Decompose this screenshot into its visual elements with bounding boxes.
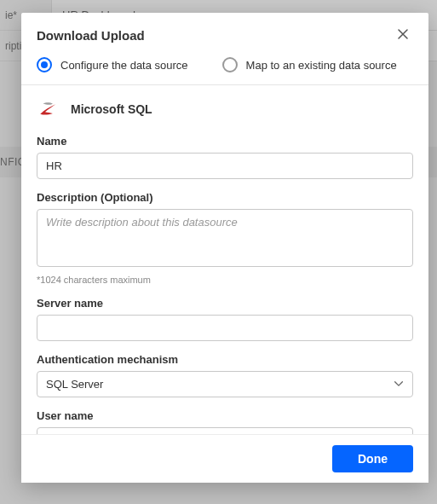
done-button[interactable]: Done	[332, 445, 413, 472]
field-auth-mechanism: Authentication mechanism SQL Server	[37, 353, 413, 397]
source-mode-radio-group: Configure the data source Map to an exis…	[21, 57, 428, 85]
modal-header: Download Upload	[21, 13, 428, 57]
label-server-name: Server name	[37, 297, 413, 310]
download-upload-modal: Download Upload Configure the data sourc…	[21, 13, 428, 483]
datasource-name: Microsoft SQL	[71, 102, 152, 116]
field-user-name: User name	[37, 409, 413, 434]
radio-map-label: Map to an existing data source	[246, 59, 397, 72]
radio-map-existing[interactable]: Map to an existing data source	[222, 57, 397, 72]
radio-configure-label: Configure the data source	[60, 59, 188, 72]
radio-icon	[37, 57, 52, 72]
input-description[interactable]	[37, 209, 413, 267]
modal-title: Download Upload	[37, 28, 145, 43]
mssql-icon	[37, 97, 60, 121]
modal-body: Microsoft SQL Name Description (Optional…	[21, 85, 428, 434]
label-name: Name	[37, 135, 413, 148]
modal-footer: Done	[21, 434, 428, 483]
close-icon	[398, 29, 408, 42]
label-user-name: User name	[37, 409, 413, 422]
input-name[interactable]	[37, 153, 413, 179]
field-description: Description (Optional) *1024 characters …	[37, 191, 413, 285]
close-button[interactable]	[393, 25, 413, 45]
label-auth-mechanism: Authentication mechanism	[37, 353, 413, 366]
description-hint: *1024 characters maximum	[37, 275, 413, 285]
radio-icon	[222, 57, 238, 72]
input-server-name[interactable]	[37, 315, 413, 341]
select-auth-mechanism[interactable]: SQL Server	[37, 371, 413, 397]
radio-configure-source[interactable]: Configure the data source	[37, 57, 188, 72]
input-user-name[interactable]	[37, 427, 413, 434]
datasource-header: Microsoft SQL	[37, 97, 413, 121]
label-description: Description (Optional)	[37, 191, 413, 204]
field-server-name: Server name	[37, 297, 413, 341]
field-name: Name	[37, 135, 413, 179]
